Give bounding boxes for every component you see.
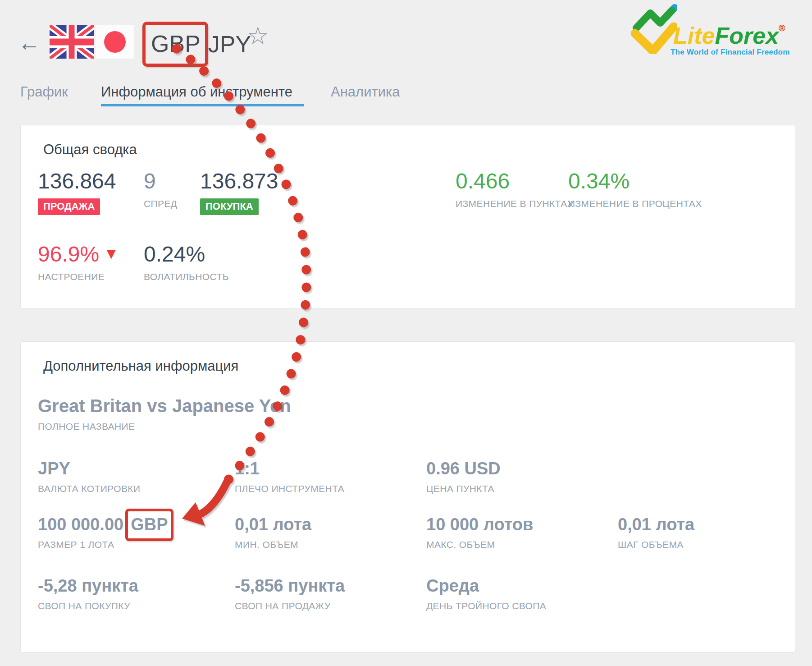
- favorite-star-button[interactable]: ☆: [247, 23, 269, 48]
- liteforex-wordmark: LiteForex®: [673, 23, 785, 47]
- spread-value: 9: [144, 170, 178, 192]
- annotation-box-lot-gbp: GBP: [125, 509, 173, 541]
- swap-buy-label: СВОП НА ПОКУПКУ: [38, 601, 138, 611]
- spread-stat: 9 СПРЕД: [144, 170, 178, 209]
- full-name-label: ПОЛНОЕ НАЗВАНИЕ: [38, 421, 291, 432]
- buy-badge: ПОКУПКА: [200, 198, 259, 215]
- sentiment-stat: 96.9%▼ НАСТРОЕНИЕ: [38, 243, 119, 282]
- logo-lite-text: Lite: [673, 23, 715, 49]
- symbol-quote: JPY: [208, 32, 251, 56]
- swap-buy-stat: -5,28 пункта СВОП НА ПОКУПКУ: [38, 577, 138, 611]
- buy-price-value: 136.873: [200, 170, 278, 192]
- uk-flag-icon: [50, 25, 94, 59]
- back-button[interactable]: ←: [18, 32, 41, 54]
- details-card-title: Дополнительная информация: [43, 358, 238, 374]
- quote-currency-label: ВАЛЮТА КОТИРОВКИ: [38, 483, 140, 494]
- triple-swap-day-label: ДЕНЬ ТРОЙНОГО СВОПА: [426, 601, 546, 611]
- lot-size-stat: 100 000.00GBP РАЗМЕР 1 ЛОТА: [38, 516, 173, 550]
- active-tab-underline: [101, 104, 304, 106]
- leverage-label: ПЛЕЧО ИНСТРУМЕНТА: [235, 483, 344, 494]
- change-points-value: 0.466: [456, 170, 574, 192]
- max-volume-value: 10 000 лотов: [426, 516, 533, 533]
- change-points-stat: 0.466 ИЗМЕНЕНИЕ В ПУНКТАХ: [456, 170, 574, 209]
- change-points-label: ИЗМЕНЕНИЕ В ПУНКТАХ: [456, 198, 574, 209]
- max-volume-stat: 10 000 лотов МАКС. ОБЪЕМ: [426, 516, 533, 550]
- min-volume-stat: 0,01 лота МИН. ОБЪЕМ: [235, 516, 311, 550]
- lot-size-value: 100 000.00GBP: [38, 516, 173, 533]
- sell-price-stat[interactable]: 136.864 ПРОДАЖА: [38, 170, 116, 215]
- swap-sell-value: -5,856 пункта: [235, 577, 345, 594]
- logo-tagline: The World of Financial Freedom: [671, 48, 790, 57]
- japan-flag-circle: [104, 31, 126, 53]
- min-volume-label: МИН. ОБЪЕМ: [235, 539, 311, 550]
- registered-mark: ®: [779, 23, 785, 33]
- min-volume-value: 0,01 лота: [235, 516, 311, 533]
- point-price-value: 0.96 USD: [426, 460, 501, 477]
- swap-sell-label: СВОП НА ПРОДАЖУ: [235, 601, 345, 611]
- volatility-value: 0.24%: [144, 243, 229, 265]
- buy-price-stat[interactable]: 136.873 ПОКУПКА: [200, 170, 278, 215]
- star-icon: ☆: [247, 22, 269, 49]
- change-percent-stat: 0.34% ИЗМЕНЕНИЕ В ПРОЦЕНТАХ: [568, 170, 702, 209]
- volume-step-label: ШАГ ОБЪЕМА: [618, 539, 694, 550]
- japan-flag-icon: [96, 25, 134, 59]
- sell-price-value: 136.864: [38, 170, 116, 192]
- back-arrow-icon: ←: [18, 30, 41, 55]
- leverage-stat: 1:1 ПЛЕЧО ИНСТРУМЕНТА: [235, 460, 344, 494]
- liteforex-logo[interactable]: LiteForex® The World of Financial Freedo…: [626, 2, 802, 58]
- sell-badge: ПРОДАЖА: [38, 198, 100, 215]
- lot-size-currency: GBP: [131, 515, 168, 534]
- liteforex-logo-mark-icon: [630, 4, 677, 54]
- triple-swap-day-value: Среда: [426, 577, 546, 594]
- details-card: Дополнительная информация Great Britan v…: [20, 341, 795, 652]
- change-percent-label: ИЗМЕНЕНИЕ В ПРОЦЕНТАХ: [568, 198, 702, 209]
- summary-card-title: Общая сводка: [43, 142, 137, 158]
- point-price-label: ЦЕНА ПУНКТА: [426, 483, 501, 494]
- volatility-stat: 0.24% ВОЛАТИЛЬНОСТЬ: [144, 243, 229, 282]
- volume-step-stat: 0,01 лота ШАГ ОБЪЕМА: [618, 516, 694, 550]
- volatility-label: ВОЛАТИЛЬНОСТЬ: [144, 271, 229, 282]
- quote-currency-value: JPY: [38, 460, 140, 477]
- leverage-value: 1:1: [235, 460, 344, 477]
- max-volume-label: МАКС. ОБЪЕМ: [426, 539, 533, 550]
- sentiment-down-triangle-icon: ▼: [104, 245, 119, 262]
- full-name-stat: Great Britan vs Japanese Yen ПОЛНОЕ НАЗВ…: [38, 397, 291, 432]
- logo-forex-text: Forex: [715, 23, 779, 49]
- summary-card: Общая сводка 136.864 ПРОДАЖА 9 СПРЕД 136…: [20, 125, 795, 309]
- tab-instrument-info[interactable]: Информация об инструменте: [101, 84, 292, 100]
- point-price-stat: 0.96 USD ЦЕНА ПУНКТА: [426, 460, 501, 494]
- tab-analytics[interactable]: Аналитика: [331, 84, 400, 100]
- symbol-base: GBP: [151, 31, 201, 57]
- tab-chart[interactable]: График: [20, 84, 68, 100]
- sentiment-label: НАСТРОЕНИЕ: [38, 271, 119, 282]
- sentiment-value: 96.9%▼: [38, 243, 119, 265]
- quote-currency-stat: JPY ВАЛЮТА КОТИРОВКИ: [38, 460, 140, 494]
- instrument-title: GBPJPY: [142, 22, 251, 67]
- change-percent-value: 0.34%: [568, 170, 702, 192]
- annotation-box-symbol-gbp: GBP: [142, 22, 208, 67]
- spread-label: СПРЕД: [144, 198, 178, 209]
- swap-buy-value: -5,28 пункта: [38, 577, 138, 594]
- volume-step-value: 0,01 лота: [618, 516, 694, 533]
- full-name-value: Great Britan vs Japanese Yen: [38, 397, 291, 415]
- triple-swap-day-stat: Среда ДЕНЬ ТРОЙНОГО СВОПА: [426, 577, 546, 611]
- swap-sell-stat: -5,856 пункта СВОП НА ПРОДАЖУ: [235, 577, 345, 611]
